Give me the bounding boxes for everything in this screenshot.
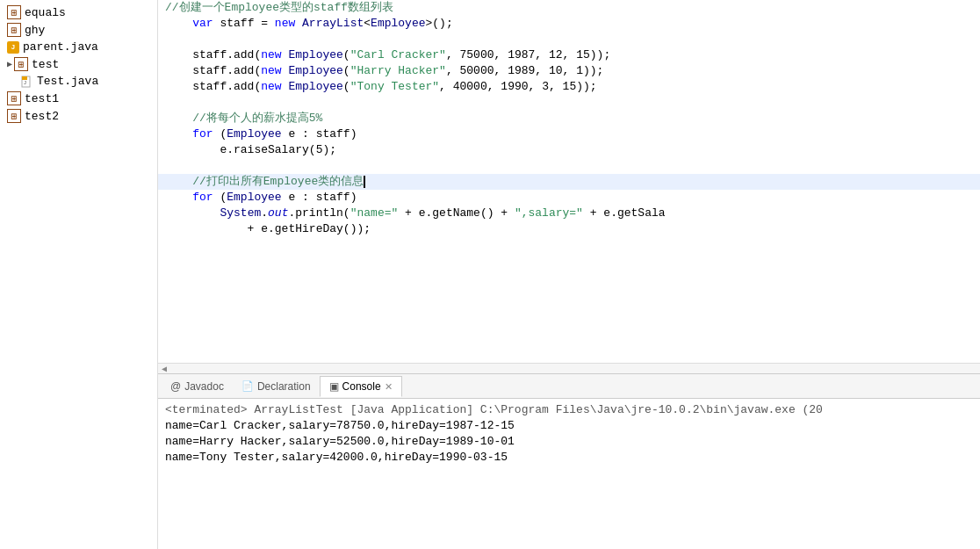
sidebar-label: Test.java: [37, 75, 98, 88]
sidebar-label: test: [32, 58, 59, 71]
code-line: e.raiseSalary(5);: [158, 142, 980, 158]
close-console-icon[interactable]: ✕: [385, 381, 393, 393]
code-line-highlighted: //打印出所有Employee类的信息: [158, 174, 980, 190]
code-line: for (Employee e : staff): [158, 126, 980, 142]
sidebar-label: test1: [25, 92, 59, 105]
code-line: [158, 158, 980, 174]
sidebar-item-ghy[interactable]: ⊞ ghy: [0, 21, 157, 39]
svg-text:J: J: [24, 81, 26, 86]
sidebar-item-test-java[interactable]: J Test.java: [0, 73, 157, 90]
sidebar-label: equals: [25, 6, 66, 19]
code-line: //创建一个Employee类型的staff数组列表: [158, 0, 980, 16]
javadoc-at-icon: @: [170, 380, 181, 393]
comment-text: //创建一个Employee类型的staff数组列表: [165, 1, 393, 14]
sidebar-label: test2: [25, 110, 59, 123]
tab-console[interactable]: ▣ Console ✕: [320, 376, 402, 397]
code-line: //将每个人的薪水提高5%: [158, 111, 980, 126]
svg-rect-1: [22, 76, 27, 80]
code-line: staff.add(new Employee("Tony Tester", 40…: [158, 79, 980, 95]
java-icon: J: [7, 41, 19, 54]
tab-declaration-label: Declaration: [257, 380, 311, 393]
chevron-right-icon: ▶: [7, 59, 12, 69]
keyword: new: [275, 17, 295, 30]
class-ref: Employee: [371, 17, 425, 30]
code-line: for (Employee e : staff): [158, 190, 980, 206]
console-terminated-line: <terminated> ArrayListTest [Java Applica…: [165, 402, 973, 418]
tab-javadoc[interactable]: @ Javadoc: [162, 377, 233, 396]
console-output-line-2: name=Harry Hacker,salary=52500.0,hireDay…: [165, 434, 973, 450]
code-line: [158, 95, 980, 111]
keyword: var: [192, 17, 213, 30]
tab-javadoc-label: Javadoc: [184, 380, 224, 393]
code-line: + e.getHireDay());: [158, 221, 980, 237]
sidebar: ⊞ equals ⊞ ghy J parent.java ▶ ⊞ test J …: [0, 0, 158, 549]
code-line: staff.add(new Employee("Harry Hacker", 5…: [158, 63, 980, 79]
class-icon: ⊞: [7, 5, 21, 19]
main-area: //创建一个Employee类型的staff数组列表 var staff = n…: [158, 0, 980, 549]
console-output: <terminated> ArrayListTest [Java Applica…: [158, 399, 980, 549]
code-editor[interactable]: //创建一个Employee类型的staff数组列表 var staff = n…: [158, 0, 980, 363]
class-icon: ⊞: [7, 91, 21, 105]
code-content: //创建一个Employee类型的staff数组列表 var staff = n…: [158, 0, 980, 363]
class-icon: ⊞: [7, 109, 21, 123]
declaration-icon: 📄: [241, 380, 254, 392]
code-line: var staff = new ArrayList<Employee>();: [158, 16, 980, 32]
console-output-line-3: name=Tony Tester,salary=42000.0,hireDay=…: [165, 450, 973, 466]
sidebar-item-test[interactable]: ▶ ⊞ test: [0, 55, 157, 73]
horizontal-scrollbar[interactable]: ◀: [158, 363, 980, 373]
java-file-icon: J: [21, 76, 33, 88]
tab-declaration[interactable]: 📄 Declaration: [233, 377, 320, 396]
tab-console-label: Console: [342, 380, 381, 393]
console-output-line-1: name=Carl Cracker,salary=78750.0,hireDay…: [165, 418, 973, 434]
class-icon: ⊞: [7, 23, 21, 37]
console-icon: ▣: [329, 380, 339, 393]
sidebar-label: ghy: [25, 24, 45, 37]
panel-tabs: @ Javadoc 📄 Declaration ▣ Console ✕: [158, 374, 980, 399]
code-line: [158, 32, 980, 47]
sidebar-item-test2[interactable]: ⊞ test2: [0, 107, 157, 125]
sidebar-item-equals[interactable]: ⊞ equals: [0, 4, 157, 21]
code-line: System.out.println("name=" + e.getName()…: [158, 206, 980, 221]
sidebar-item-test1[interactable]: ⊞ test1: [0, 90, 157, 107]
sidebar-label: parent.java: [23, 40, 98, 54]
scroll-left-icon[interactable]: ◀: [162, 364, 167, 374]
sidebar-item-parent-java[interactable]: J parent.java: [0, 39, 157, 55]
bottom-panel: @ Javadoc 📄 Declaration ▣ Console ✕ <ter…: [158, 373, 980, 549]
code-line: staff.add(new Employee("Carl Cracker", 7…: [158, 47, 980, 63]
class-ref: ArrayList: [302, 17, 364, 30]
class-icon: ⊞: [14, 57, 28, 71]
